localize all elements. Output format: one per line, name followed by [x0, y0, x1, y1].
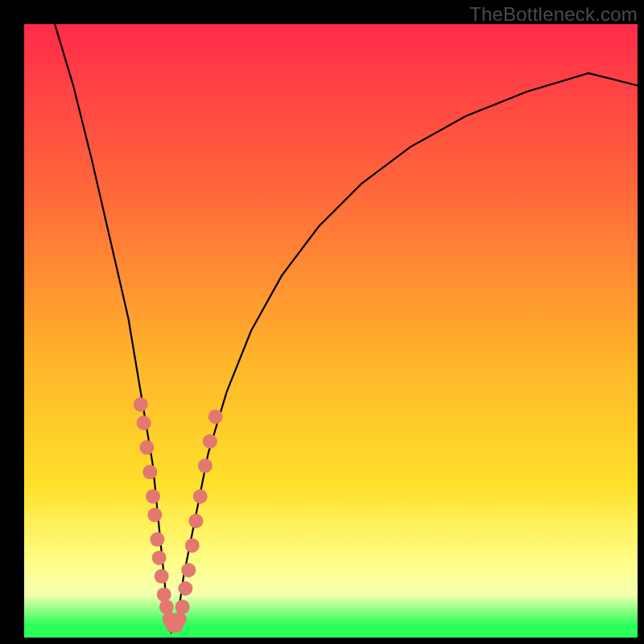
data-marker [175, 600, 190, 614]
data-marker [208, 410, 223, 424]
data-marker [137, 415, 151, 430]
bottleneck-curve [55, 24, 638, 631]
data-marker [157, 588, 171, 602]
data-marker [188, 514, 203, 528]
watermark-text: TheBottleneck.com [469, 3, 638, 26]
data-marker [159, 600, 174, 614]
data-marker [134, 397, 148, 411]
data-marker [155, 569, 169, 584]
chart-frame: TheBottleneck.com [0, 0, 644, 644]
data-marker [146, 489, 160, 504]
data-marker [198, 459, 213, 473]
data-marker [181, 563, 196, 577]
data-marker [152, 551, 167, 565]
data-marker [147, 508, 162, 522]
data-marker [193, 489, 208, 504]
plot-area [24, 24, 638, 638]
data-marker [142, 464, 157, 479]
data-marker [185, 539, 200, 553]
data-marker [172, 612, 187, 626]
data-marker [203, 434, 217, 448]
curve-layer [24, 24, 638, 638]
data-marker [150, 532, 164, 547]
data-marker [178, 581, 192, 596]
data-marker [139, 440, 154, 455]
